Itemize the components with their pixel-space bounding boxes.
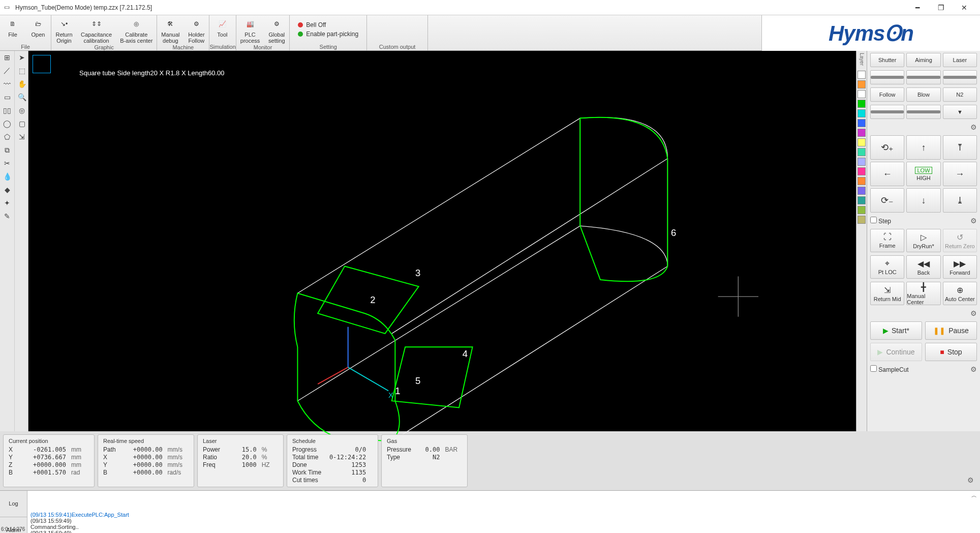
layer-swatch[interactable] [858,167,866,175]
gear-icon[interactable]: ⚙ [970,123,977,131]
status-key: Freq [203,461,228,468]
tool-button[interactable]: 📈Tool [209,15,235,43]
cap-cal-button[interactable]: ⇕⇕Capacitance calibration [77,15,116,44]
gear-icon[interactable]: ⚙ [970,365,977,373]
gear-icon[interactable]: ⚙ [970,217,977,225]
layer-swatch[interactable] [858,158,866,166]
manual-center-label: Manual Center [907,293,940,305]
dryrun-button[interactable]: ▷DryRun* [906,229,940,252]
global-setting-button[interactable]: ⚙Global setting [264,15,289,44]
zoom-tool[interactable]: 🔍 [15,91,29,104]
donut-tool[interactable]: ◎ [15,104,29,117]
status-unit: BAR [445,446,462,453]
close-button[interactable]: ✕ [953,0,976,15]
shutter-ind [870,70,904,84]
drop-tool[interactable]: 💧 [0,170,14,183]
line-tool[interactable]: ／ [0,64,14,77]
layer-swatch[interactable] [858,196,866,204]
stop-button[interactable]: ■Stop [925,343,977,361]
pointer-tool[interactable]: ➤ [15,51,29,64]
grid-tool[interactable]: ⊞ [0,51,14,64]
misc-tool-1[interactable]: ✦ [0,196,14,210]
file-button[interactable]: 🗎File [0,15,25,43]
shutter-toggle[interactable]: Shutter [870,53,904,67]
jog-up[interactable]: ↑ [906,135,940,160]
continue-button[interactable]: ▶Continue [870,343,922,361]
layer-swatch[interactable] [858,80,866,88]
step-checkbox[interactable]: Step [870,217,891,225]
rect-tool[interactable]: ▭ [0,91,14,104]
pan-tool[interactable]: ✋ [15,77,29,91]
return-origin-button[interactable]: ↘︎•Return Origin [51,15,77,44]
layer-swatch[interactable] [858,148,866,156]
bell-off-toggle[interactable]: Bell Off [293,21,363,28]
frame-button[interactable]: ⛶Frame [870,229,904,252]
layer-swatch[interactable] [858,109,866,117]
holder-follow-button[interactable]: ⚙Holder Follow [183,15,209,44]
jog-right[interactable]: → [943,162,977,186]
jog-down[interactable]: ↓ [906,188,940,213]
chevron-up-icon[interactable]: ︿ [971,492,977,499]
layer-swatch[interactable] [858,177,866,185]
blow-toggle[interactable]: Blow [906,87,940,102]
return-zero-button[interactable]: ↺Return Zero [943,229,977,252]
jog-rotate-ccw[interactable]: ⟲₊ [870,135,904,160]
continue-label: Continue [886,348,914,356]
auto-center-button[interactable]: ⊕Auto Center [943,282,977,305]
cad-canvas[interactable]: Square tube Side length20 X R1.8 X Lengt… [28,51,856,431]
aiming-toggle[interactable]: Aiming [906,53,940,67]
manual-center-button[interactable]: ╋Manual Center [906,282,940,305]
layer-swatch[interactable] [858,187,866,195]
trim-tool[interactable]: ✂ [0,157,14,170]
n2-ind[interactable]: ▼ [943,105,977,119]
pause-label: Pause [948,327,969,335]
column-tool[interactable]: ▯▯ [0,104,14,117]
layer-swatch[interactable] [858,100,866,108]
copy-tool[interactable]: ⧉ [0,143,14,157]
select-tool[interactable]: ⬚ [15,64,29,77]
circle-tool[interactable]: ◯ [0,117,14,130]
gear-icon[interactable]: ⚙ [967,476,974,484]
open-button[interactable]: 🗁Open [25,15,51,43]
jog-z-down[interactable]: ⤓ [943,188,977,213]
curve-tool[interactable]: 〰 [0,77,14,91]
layer-tool[interactable]: ◆ [0,183,14,196]
plc-process-button[interactable]: 🏭PLC process [236,15,264,44]
jog-speed-toggle[interactable]: LOWHIGH [906,162,940,186]
gear-icon[interactable]: ⚙ [970,309,977,317]
back-button[interactable]: ◀◀Back [906,255,940,279]
pause-button[interactable]: ❚❚Pause [925,321,977,340]
jog-left[interactable]: ← [870,162,904,186]
n2-toggle[interactable]: N2 [943,87,977,102]
jog-z-up[interactable]: ⤒ [943,135,977,160]
layer-swatch[interactable] [858,216,866,224]
start-button[interactable]: ▶Start* [870,321,922,340]
layer-swatch[interactable] [858,119,866,127]
move-tool[interactable]: ⇲ [15,130,29,143]
samplecut-checkbox[interactable]: SampleCut [870,365,909,373]
aiming-ind [906,70,940,84]
jog-rotate-cw[interactable]: ⟳₋ [870,188,904,213]
return-mid-button[interactable]: ⇲Return Mid [870,282,904,305]
shape-tool[interactable]: ⬠ [0,130,14,143]
misc-tool-2[interactable]: ✎ [0,210,14,223]
layer-swatch[interactable] [858,71,866,79]
status-position: Current position X-0261.005mmY+0736.667m… [3,434,95,487]
minimize-button[interactable]: ━ [906,0,929,15]
layer-swatch[interactable] [858,206,866,214]
box-tool[interactable]: ▢ [15,117,29,130]
maximize-button[interactable]: ❐ [929,0,953,15]
layer-swatch[interactable] [858,90,866,98]
manual-debug-button[interactable]: 🛠Manual debug [157,15,183,44]
cal-b-button[interactable]: ◎Calibrate B-axis center [116,15,157,44]
part-picking-toggle[interactable]: Enable part-picking [293,31,363,38]
layer-swatch[interactable] [858,129,866,137]
laser-toggle[interactable]: Laser [943,53,977,67]
follow-toggle[interactable]: Follow [870,87,904,102]
log-tab[interactable]: Log [0,491,27,517]
z-down-icon: ⤓ [956,196,964,205]
log-content[interactable]: ︿ (09/13 15:59:41)ExecutePLC:App_Start(0… [27,491,980,533]
layer-swatch[interactable] [858,138,866,146]
pt-loc-button[interactable]: ⌖Pt LOC [870,255,904,279]
forward-button[interactable]: ▶▶Forward [943,255,977,279]
